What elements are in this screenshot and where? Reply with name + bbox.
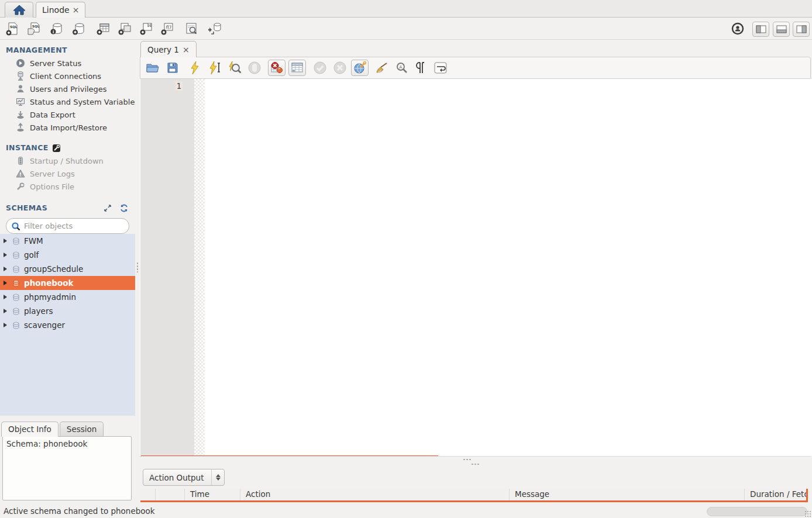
save-script-icon[interactable] <box>165 60 180 75</box>
status-text: Active schema changed to phonebook <box>4 506 155 516</box>
object-info-panel: Schema: phonebook <box>2 436 132 500</box>
options-file-icon <box>15 182 25 191</box>
instance-section-title: INSTANCE <box>0 134 135 154</box>
schema-row-fwm[interactable]: FWM <box>0 234 135 248</box>
schema-row-phonebook[interactable]: phonebook <box>0 276 135 290</box>
explain-statement-icon[interactable] <box>227 60 242 75</box>
column-header-blank2[interactable] <box>156 489 185 500</box>
create-schema-icon[interactable] <box>71 21 87 36</box>
output-orange-right-edge <box>806 489 808 502</box>
execute-script-icon[interactable] <box>187 60 202 75</box>
query-tab-close-icon[interactable]: × <box>183 46 190 54</box>
create-procedure-icon[interactable] <box>139 21 154 36</box>
column-header-duration-fetch[interactable]: Duration / Fetch <box>745 489 807 500</box>
window-resize-grip[interactable] <box>804 510 811 517</box>
expander-icon[interactable] <box>4 253 7 257</box>
sidebar-item-system-variables[interactable]: Status and System Variables <box>0 95 135 108</box>
open-sql-script-icon[interactable]: SQL <box>26 21 42 36</box>
connection-tab[interactable]: Linode × <box>36 2 85 18</box>
column-header-blank1[interactable] <box>140 489 156 500</box>
schema-list: FWM golf groupSchedule phonebook phpmyad <box>0 234 135 416</box>
toggle-bottom-panel-button[interactable] <box>773 22 790 37</box>
home-icon <box>13 5 26 15</box>
execute-current-statement-icon[interactable] <box>207 60 222 75</box>
toggle-left-panel-button[interactable] <box>752 22 769 37</box>
schema-row-golf[interactable]: golf <box>0 248 135 262</box>
sidebar-item-client-connections[interactable]: Client Connections <box>0 70 135 82</box>
reconnect-dbms-icon[interactable] <box>207 21 222 36</box>
sidebar-item-startup-shutdown[interactable]: Startup / Shutdown <box>0 154 135 167</box>
column-header-action[interactable]: Action <box>240 489 510 500</box>
find-icon[interactable]: A <box>394 60 410 75</box>
create-view-icon[interactable] <box>117 21 132 36</box>
toggle-word-wrap-icon[interactable] <box>433 60 448 75</box>
expander-icon[interactable] <box>4 239 7 243</box>
editor-bottom-shelf <box>140 456 811 468</box>
sidebar: MANAGEMENT Server Status Client Connecti… <box>0 40 135 504</box>
refresh-schemas-icon[interactable] <box>120 204 129 212</box>
schema-icon <box>12 307 20 316</box>
output-splitter-handle-2[interactable] <box>471 463 480 465</box>
sidebar-item-server-logs[interactable]: Server Logs <box>0 167 135 180</box>
query-tab[interactable]: Query 1 × <box>140 41 197 57</box>
schema-row-groupschedule[interactable]: groupSchedule <box>0 262 135 276</box>
instance-wrench-icon <box>52 144 61 152</box>
expand-schemas-icon[interactable] <box>104 204 113 212</box>
expander-icon[interactable] <box>4 309 7 313</box>
sidebar-item-data-import[interactable]: Data Import/Restore <box>0 121 135 134</box>
sql-editor[interactable]: 1 <box>140 79 812 456</box>
query-tab-label: Query 1 <box>147 45 179 54</box>
user-account-icon[interactable] <box>730 21 745 36</box>
new-query-tab-icon[interactable]: SQL <box>5 21 20 36</box>
schema-icon <box>12 321 20 330</box>
toggle-stop-on-error-button[interactable] <box>268 60 285 76</box>
connection-tab-label: Linode <box>42 5 70 15</box>
create-function-icon[interactable]: f() <box>160 21 175 36</box>
schema-filter-input[interactable] <box>24 222 124 230</box>
connection-tab-close-icon[interactable]: × <box>73 6 80 14</box>
output-splitter-handle[interactable] <box>463 458 472 461</box>
schema-row-phpmyadmin[interactable]: phpmyadmin <box>0 290 135 304</box>
commit-icon[interactable] <box>312 60 328 75</box>
create-table-icon[interactable] <box>95 21 111 36</box>
rollback-icon[interactable] <box>332 60 347 75</box>
sidebar-item-server-status[interactable]: Server Status <box>0 57 135 70</box>
svg-text:SQL: SQL <box>10 25 18 29</box>
object-info-tabs: Object Info Session <box>1 422 104 437</box>
open-file-icon[interactable] <box>145 60 160 75</box>
users-icon <box>15 84 25 94</box>
object-info-text: Schema: phonebook <box>6 439 87 448</box>
tab-object-info[interactable]: Object Info <box>1 422 59 437</box>
sidebar-item-options-file[interactable]: Options File <box>0 180 135 193</box>
tab-session[interactable]: Session <box>60 422 104 437</box>
sidebar-item-users-privileges[interactable]: Users and Privileges <box>0 82 135 95</box>
horizontal-scrollbar-thumb[interactable] <box>707 507 807 516</box>
schema-row-scavenger[interactable]: scavenger <box>0 318 135 332</box>
column-header-message[interactable]: Message <box>510 489 745 500</box>
expander-icon[interactable] <box>4 323 7 327</box>
toggle-invisible-characters-icon[interactable] <box>413 60 428 75</box>
toggle-right-panel-button[interactable] <box>793 22 810 37</box>
startup-shutdown-icon <box>15 156 25 165</box>
toggle-autocommit-button[interactable] <box>351 60 369 76</box>
main-toolbar: SQL SQL i f() <box>0 18 812 40</box>
column-header-time[interactable]: Time <box>185 489 240 500</box>
expander-icon[interactable] <box>4 267 7 271</box>
clear-query-icon[interactable] <box>374 60 390 75</box>
home-tab[interactable] <box>5 2 33 18</box>
schema-row-players[interactable]: players <box>0 304 135 318</box>
search-table-data-icon[interactable] <box>184 21 199 36</box>
schema-icon <box>12 293 20 302</box>
stop-execution-icon[interactable] <box>247 60 262 75</box>
server-status-icon <box>15 58 25 68</box>
expander-icon[interactable] <box>4 295 7 299</box>
combo-arrows-icon <box>211 469 221 485</box>
expander-icon[interactable] <box>4 281 7 285</box>
schema-icon <box>12 279 20 288</box>
limit-rows-button[interactable] <box>288 60 306 76</box>
svg-text:f(): f() <box>166 25 171 30</box>
schema-filter-box <box>6 218 129 234</box>
output-selector[interactable]: Action Output <box>143 469 225 486</box>
sidebar-item-data-export[interactable]: Data Export <box>0 108 135 121</box>
schema-inspector-icon[interactable]: i <box>49 21 64 36</box>
